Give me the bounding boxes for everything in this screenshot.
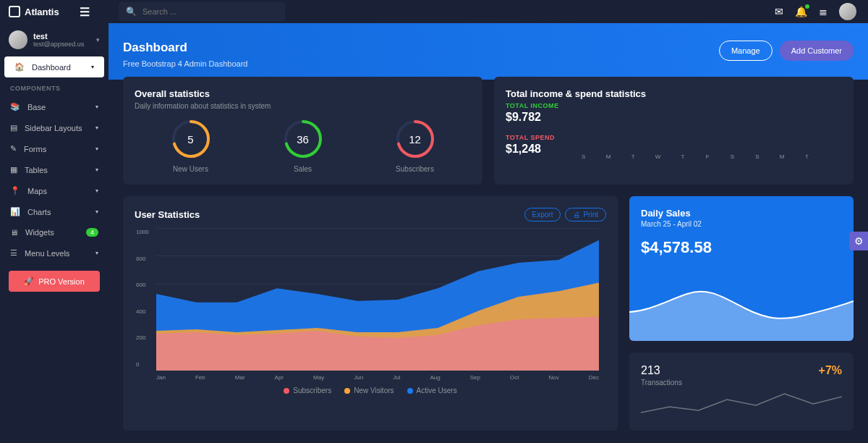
sidebar-item-tables[interactable]: ▦Tables▾: [0, 159, 109, 180]
x-tick: Aug: [430, 374, 440, 381]
bar: [822, 157, 842, 160]
add-customer-button[interactable]: Add Customer: [780, 41, 854, 61]
pro-label: PRO Version: [38, 277, 85, 286]
nav-icon: 📊: [10, 207, 20, 216]
sales-date-range: March 25 - April 02: [641, 220, 842, 228]
y-tick: 200: [136, 334, 149, 341]
legend-dot: [344, 388, 350, 394]
sales-sparkline: [629, 276, 854, 341]
legend-item: Active Users: [407, 387, 457, 395]
user-statistics-card: User Statistics Export 🖨Print 1000800600…: [123, 196, 618, 431]
nav-icon: 🖥: [10, 228, 18, 237]
pro-version-button[interactable]: 🚀 PRO Version: [9, 271, 100, 292]
user-statistics-chart: 10008006004002000 JanFebMarAprMayJunJulA…: [156, 229, 599, 381]
sidebar-item-dashboard[interactable]: 🏠 Dashboard ▾: [4, 56, 104, 77]
sidebar-user[interactable]: test test@appseed.us ▾: [0, 23, 109, 56]
bar-label: S: [755, 153, 759, 160]
sidebar-item-widgets[interactable]: 🖥Widgets4: [0, 222, 109, 242]
sidebar-item-charts[interactable]: 📊Charts▾: [0, 201, 109, 222]
search-input[interactable]: [142, 7, 278, 16]
chevron-down-icon: ▾: [95, 208, 98, 215]
sidebar-item-maps[interactable]: 📍Maps▾: [0, 180, 109, 201]
y-tick: 400: [136, 308, 149, 315]
chevron-down-icon: ▾: [95, 250, 98, 256]
user-avatar[interactable]: [839, 3, 856, 20]
nav-icon: ☰: [10, 248, 17, 258]
brand-logo[interactable]: Atlantis ☰: [0, 5, 109, 19]
bar-label: S: [731, 153, 734, 160]
print-button[interactable]: 🖨Print: [565, 208, 606, 222]
nav-icon: ▦: [10, 165, 17, 174]
page-subtitle: Free Bootstrap 4 Admin Dashboard: [123, 59, 247, 68]
x-tick: Feb: [195, 374, 205, 381]
chevron-down-icon: ▾: [95, 187, 98, 194]
spend-label: TOTAL SPEND: [506, 134, 559, 141]
bar-label: S: [582, 153, 585, 160]
legend-dot: [284, 388, 289, 394]
stat-label: Sales: [283, 165, 323, 173]
stat-label: New Users: [171, 165, 211, 173]
x-tick: Apr: [275, 374, 284, 381]
brand-name: Atlantis: [25, 7, 59, 17]
sidebar-item-base[interactable]: 📚Base▾: [0, 96, 109, 117]
notification-dot: [805, 4, 809, 9]
stat-sales: 36 Sales: [283, 119, 323, 173]
layers-icon[interactable]: ≣: [819, 6, 827, 17]
mail-icon[interactable]: ✉: [775, 6, 783, 17]
stat-value: 12: [395, 119, 435, 159]
user-email: test@appseed.us: [33, 41, 84, 48]
overall-stats-card: Overall statistics Daily information abo…: [123, 77, 482, 185]
transactions-card: 213 +7% Transactions: [629, 353, 854, 431]
income-bar-chart: SMTWTFSSMT: [574, 102, 843, 160]
print-icon: 🖨: [573, 211, 580, 219]
bell-icon[interactable]: 🔔: [795, 6, 807, 17]
x-tick: Dec: [589, 374, 599, 381]
page-title: Dashboard: [123, 41, 247, 55]
sidebar-item-label: Charts: [27, 208, 51, 216]
chevron-down-icon: ▾: [95, 104, 98, 110]
sidebar-item-label: Base: [27, 103, 46, 111]
sales-value: $4,578.58: [641, 238, 842, 257]
manage-button[interactable]: Manage: [719, 41, 773, 61]
card-title: User Statistics: [135, 209, 200, 220]
bar: S: [722, 151, 742, 160]
transactions-change: +7%: [819, 364, 842, 377]
bar: M: [598, 151, 618, 160]
sidebar-item-label: Maps: [27, 187, 47, 195]
spend-value: $1,248: [506, 143, 559, 156]
bar-label: T: [805, 153, 809, 160]
gear-icon: ⚙: [854, 235, 864, 247]
sidebar-item-label: Tables: [25, 166, 48, 174]
transactions-label: Transactions: [641, 379, 842, 387]
card-title: Overall statistics: [135, 88, 471, 99]
chevron-down-icon: ▾: [95, 125, 98, 131]
card-subtitle: Daily information about statistics in sy…: [135, 102, 471, 110]
menu-toggle-icon[interactable]: ☰: [80, 5, 94, 19]
sidebar-item-forms[interactable]: ✎Forms▾: [0, 138, 109, 159]
sidebar: test test@appseed.us ▾ 🏠 Dashboard ▾ COM…: [0, 0, 109, 443]
chevron-down-icon: ▾: [91, 64, 94, 70]
sidebar-item-label: Widgets: [25, 228, 54, 237]
nav-icon: 📚: [10, 102, 20, 111]
card-title: Daily Sales: [641, 208, 842, 219]
y-tick: 0: [136, 361, 149, 368]
legend-item: New Visitors: [344, 387, 393, 395]
search-input-wrap[interactable]: 🔍: [119, 2, 285, 21]
bar: T: [623, 151, 643, 160]
settings-fab[interactable]: ⚙: [849, 232, 868, 250]
sidebar-item-menu-levels[interactable]: ☰Menu Levels▾: [0, 242, 109, 263]
stat-label: Subscribers: [395, 165, 435, 173]
x-tick: Jun: [354, 374, 363, 381]
bar-label: W: [655, 153, 661, 160]
x-tick: Jul: [393, 374, 400, 381]
stat-subscribers: 12 Subscribers: [395, 119, 435, 173]
x-tick: Sep: [470, 374, 480, 381]
bar-label: M: [606, 153, 611, 160]
sidebar-item-sidebar-layouts[interactable]: ▤Sidebar Layouts▾: [0, 117, 109, 138]
sidebar-item-label: Dashboard: [32, 63, 71, 72]
bar: F: [697, 151, 718, 160]
export-button[interactable]: Export: [524, 208, 561, 222]
income-label: TOTAL INCOME: [506, 102, 559, 109]
user-name: test: [33, 32, 84, 41]
transactions-sparkline: [641, 391, 842, 417]
